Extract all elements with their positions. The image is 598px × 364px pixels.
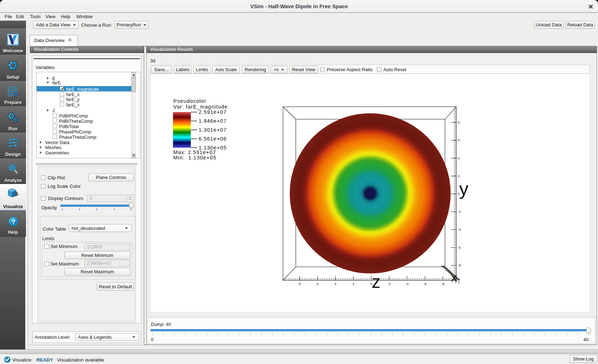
svg-text:4: 4: [458, 156, 460, 160]
svg-text:Pseudocolor: Pseudocolor: [173, 98, 206, 104]
svg-text:-2: -2: [458, 210, 461, 213]
svg-text:8: 8: [458, 120, 460, 124]
svg-text:-6: -6: [424, 282, 426, 286]
svg-text:2: 2: [458, 174, 460, 178]
svg-text:?: ?: [11, 218, 16, 226]
svg-text:6.561e+06: 6.561e+06: [199, 136, 227, 142]
svg-text:-2: -2: [388, 282, 390, 286]
svg-text:0: 0: [458, 281, 460, 284]
svg-text:2: 2: [352, 282, 354, 286]
svg-text:-4: -4: [458, 227, 461, 231]
svg-text:-6: -6: [458, 246, 461, 249]
svg-text:-8: -8: [458, 263, 461, 267]
svg-text:Var: farE_magnitude: Var: farE_magnitude: [173, 104, 228, 110]
svg-text:8: 8: [299, 282, 300, 286]
svg-text:6: 6: [458, 138, 460, 142]
svg-text:Min: 1.130e+05: Min: 1.130e+05: [173, 155, 216, 160]
svg-text:z: z: [372, 272, 381, 292]
svg-text:4: 4: [335, 282, 336, 286]
svg-text:Max: 2.591e+07: Max: 2.591e+07: [173, 149, 216, 155]
svg-text:6: 6: [317, 282, 319, 286]
svg-text:2: 2: [455, 280, 457, 284]
svg-text:2.591e+07: 2.591e+07: [199, 109, 227, 115]
svg-text:1.301e+07: 1.301e+07: [199, 127, 227, 133]
svg-text:1.946e+07: 1.946e+07: [199, 118, 227, 124]
svg-text:y: y: [459, 178, 468, 199]
svg-text:-4: -4: [405, 282, 408, 286]
svg-text:-8: -8: [441, 282, 444, 286]
